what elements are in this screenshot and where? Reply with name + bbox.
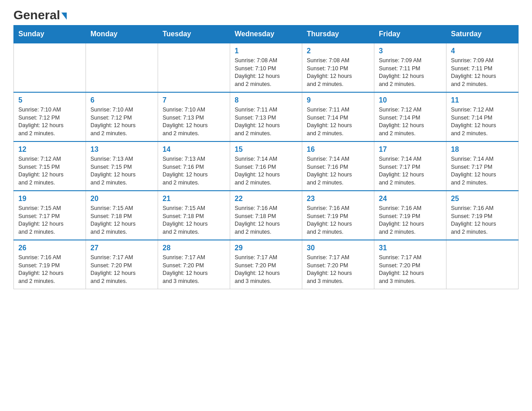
- calendar-cell: 20Sunrise: 7:15 AM Sunset: 7:18 PM Dayli…: [86, 191, 158, 240]
- day-info: Sunrise: 7:14 AM Sunset: 7:16 PM Dayligh…: [307, 155, 369, 187]
- day-info: Sunrise: 7:14 AM Sunset: 7:16 PM Dayligh…: [235, 155, 297, 187]
- day-number: 1: [235, 47, 297, 55]
- day-number: 14: [163, 146, 225, 154]
- page-header: General: [13, 9, 519, 21]
- day-info: Sunrise: 7:09 AM Sunset: 7:11 PM Dayligh…: [451, 57, 514, 88]
- calendar-cell: 14Sunrise: 7:13 AM Sunset: 7:16 PM Dayli…: [158, 141, 230, 191]
- column-header-friday: Friday: [374, 26, 446, 43]
- day-info: Sunrise: 7:12 AM Sunset: 7:14 PM Dayligh…: [451, 106, 514, 137]
- day-number: 16: [307, 146, 369, 154]
- day-number: 23: [307, 195, 369, 203]
- day-number: 19: [18, 195, 81, 203]
- day-number: 17: [379, 146, 442, 154]
- day-number: 13: [90, 146, 153, 154]
- calendar-cell: 15Sunrise: 7:14 AM Sunset: 7:16 PM Dayli…: [230, 141, 302, 191]
- day-info: Sunrise: 7:12 AM Sunset: 7:14 PM Dayligh…: [379, 106, 442, 137]
- calendar-cell: 17Sunrise: 7:14 AM Sunset: 7:17 PM Dayli…: [374, 141, 446, 191]
- calendar-week-row: 1Sunrise: 7:08 AM Sunset: 7:10 PM Daylig…: [14, 43, 519, 92]
- day-info: Sunrise: 7:15 AM Sunset: 7:18 PM Dayligh…: [163, 205, 225, 236]
- column-header-saturday: Saturday: [446, 26, 519, 43]
- calendar-cell: 16Sunrise: 7:14 AM Sunset: 7:16 PM Dayli…: [302, 141, 374, 191]
- day-info: Sunrise: 7:16 AM Sunset: 7:18 PM Dayligh…: [235, 205, 297, 236]
- day-info: Sunrise: 7:08 AM Sunset: 7:10 PM Dayligh…: [307, 57, 369, 88]
- day-number: 10: [379, 96, 442, 104]
- calendar-cell: 25Sunrise: 7:16 AM Sunset: 7:19 PM Dayli…: [446, 191, 519, 240]
- day-info: Sunrise: 7:10 AM Sunset: 7:12 PM Dayligh…: [90, 106, 153, 137]
- day-number: 21: [163, 195, 225, 203]
- day-info: Sunrise: 7:17 AM Sunset: 7:20 PM Dayligh…: [235, 254, 297, 285]
- day-number: 4: [451, 47, 514, 55]
- column-header-sunday: Sunday: [14, 26, 86, 43]
- day-number: 5: [18, 96, 81, 104]
- day-number: 31: [379, 244, 442, 252]
- calendar-cell: 18Sunrise: 7:14 AM Sunset: 7:17 PM Dayli…: [446, 141, 519, 191]
- calendar-cell: [158, 43, 230, 92]
- day-number: 29: [235, 244, 297, 252]
- day-number: 8: [235, 96, 297, 104]
- calendar-cell: 2Sunrise: 7:08 AM Sunset: 7:10 PM Daylig…: [302, 43, 374, 92]
- day-number: 26: [18, 244, 81, 252]
- calendar-cell: 30Sunrise: 7:17 AM Sunset: 7:20 PM Dayli…: [302, 240, 374, 289]
- calendar-cell: 31Sunrise: 7:17 AM Sunset: 7:20 PM Dayli…: [374, 240, 446, 289]
- day-info: Sunrise: 7:16 AM Sunset: 7:19 PM Dayligh…: [379, 205, 442, 236]
- day-number: 12: [18, 146, 81, 154]
- day-info: Sunrise: 7:15 AM Sunset: 7:18 PM Dayligh…: [90, 205, 153, 236]
- calendar-table: SundayMondayTuesdayWednesdayThursdayFrid…: [13, 25, 519, 289]
- calendar-cell: 29Sunrise: 7:17 AM Sunset: 7:20 PM Dayli…: [230, 240, 302, 289]
- day-info: Sunrise: 7:16 AM Sunset: 7:19 PM Dayligh…: [451, 205, 514, 236]
- day-number: 30: [307, 244, 369, 252]
- calendar-cell: 22Sunrise: 7:16 AM Sunset: 7:18 PM Dayli…: [230, 191, 302, 240]
- column-header-monday: Monday: [86, 26, 158, 43]
- day-info: Sunrise: 7:16 AM Sunset: 7:19 PM Dayligh…: [307, 205, 369, 236]
- calendar-cell: [446, 240, 519, 289]
- calendar-cell: 26Sunrise: 7:16 AM Sunset: 7:19 PM Dayli…: [14, 240, 86, 289]
- calendar-cell: 10Sunrise: 7:12 AM Sunset: 7:14 PM Dayli…: [374, 92, 446, 141]
- day-info: Sunrise: 7:17 AM Sunset: 7:20 PM Dayligh…: [163, 254, 225, 285]
- column-header-tuesday: Tuesday: [158, 26, 230, 43]
- day-info: Sunrise: 7:14 AM Sunset: 7:17 PM Dayligh…: [379, 155, 442, 187]
- calendar-cell: [86, 43, 158, 92]
- calendar-week-row: 12Sunrise: 7:12 AM Sunset: 7:15 PM Dayli…: [14, 141, 519, 191]
- calendar-cell: 24Sunrise: 7:16 AM Sunset: 7:19 PM Dayli…: [374, 191, 446, 240]
- day-info: Sunrise: 7:11 AM Sunset: 7:14 PM Dayligh…: [307, 106, 369, 137]
- logo-text: General: [13, 9, 67, 21]
- day-info: Sunrise: 7:10 AM Sunset: 7:13 PM Dayligh…: [163, 106, 225, 137]
- calendar-cell: 8Sunrise: 7:11 AM Sunset: 7:13 PM Daylig…: [230, 92, 302, 141]
- calendar-cell: 27Sunrise: 7:17 AM Sunset: 7:20 PM Dayli…: [86, 240, 158, 289]
- day-number: 18: [451, 146, 514, 154]
- calendar-cell: 12Sunrise: 7:12 AM Sunset: 7:15 PM Dayli…: [14, 141, 86, 191]
- day-number: 7: [163, 96, 225, 104]
- column-header-wednesday: Wednesday: [230, 26, 302, 43]
- calendar-week-row: 26Sunrise: 7:16 AM Sunset: 7:19 PM Dayli…: [14, 240, 519, 289]
- day-number: 28: [163, 244, 225, 252]
- calendar-cell: 9Sunrise: 7:11 AM Sunset: 7:14 PM Daylig…: [302, 92, 374, 141]
- calendar-cell: 23Sunrise: 7:16 AM Sunset: 7:19 PM Dayli…: [302, 191, 374, 240]
- day-number: 20: [90, 195, 153, 203]
- calendar-cell: 7Sunrise: 7:10 AM Sunset: 7:13 PM Daylig…: [158, 92, 230, 141]
- calendar-cell: 21Sunrise: 7:15 AM Sunset: 7:18 PM Dayli…: [158, 191, 230, 240]
- logo: General: [13, 9, 67, 21]
- day-info: Sunrise: 7:11 AM Sunset: 7:13 PM Dayligh…: [235, 106, 297, 137]
- calendar-cell: 19Sunrise: 7:15 AM Sunset: 7:17 PM Dayli…: [14, 191, 86, 240]
- calendar-cell: 3Sunrise: 7:09 AM Sunset: 7:11 PM Daylig…: [374, 43, 446, 92]
- calendar-cell: 5Sunrise: 7:10 AM Sunset: 7:12 PM Daylig…: [14, 92, 86, 141]
- calendar-cell: 28Sunrise: 7:17 AM Sunset: 7:20 PM Dayli…: [158, 240, 230, 289]
- day-number: 22: [235, 195, 297, 203]
- day-number: 11: [451, 96, 514, 104]
- day-number: 2: [307, 47, 369, 55]
- day-info: Sunrise: 7:09 AM Sunset: 7:11 PM Dayligh…: [379, 57, 442, 88]
- calendar-cell: 4Sunrise: 7:09 AM Sunset: 7:11 PM Daylig…: [446, 43, 519, 92]
- day-info: Sunrise: 7:17 AM Sunset: 7:20 PM Dayligh…: [379, 254, 442, 285]
- day-number: 27: [90, 244, 153, 252]
- day-number: 3: [379, 47, 442, 55]
- day-number: 9: [307, 96, 369, 104]
- day-info: Sunrise: 7:17 AM Sunset: 7:20 PM Dayligh…: [307, 254, 369, 285]
- day-info: Sunrise: 7:16 AM Sunset: 7:19 PM Dayligh…: [18, 254, 81, 285]
- day-number: 25: [451, 195, 514, 203]
- calendar-week-row: 5Sunrise: 7:10 AM Sunset: 7:12 PM Daylig…: [14, 92, 519, 141]
- day-info: Sunrise: 7:13 AM Sunset: 7:16 PM Dayligh…: [163, 155, 225, 187]
- day-info: Sunrise: 7:15 AM Sunset: 7:17 PM Dayligh…: [18, 205, 81, 236]
- day-info: Sunrise: 7:13 AM Sunset: 7:15 PM Dayligh…: [90, 155, 153, 187]
- calendar-cell: 13Sunrise: 7:13 AM Sunset: 7:15 PM Dayli…: [86, 141, 158, 191]
- calendar-week-row: 19Sunrise: 7:15 AM Sunset: 7:17 PM Dayli…: [14, 191, 519, 240]
